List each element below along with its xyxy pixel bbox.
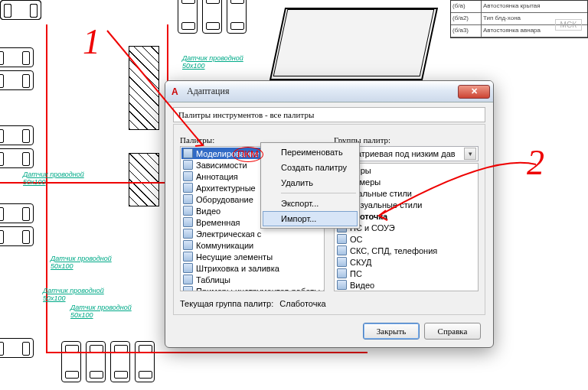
palette-icon xyxy=(183,194,193,204)
palette-icon xyxy=(183,252,193,262)
palette-icon xyxy=(337,280,347,290)
palette-item[interactable]: Коммуникации xyxy=(181,239,323,251)
menu-rename[interactable]: Переименовать xyxy=(263,145,358,160)
close-icon[interactable]: ✕ xyxy=(458,85,490,99)
menu-export[interactable]: Экспорт... xyxy=(263,196,358,211)
current-group-value: Слаботочка xyxy=(279,299,479,308)
app-icon: A xyxy=(172,86,182,97)
group-item[interactable]: ОС xyxy=(335,233,477,245)
palette-icon xyxy=(183,229,193,239)
tab-tool-palettes[interactable]: Палитры инструментов - все палитры xyxy=(173,107,485,122)
palette-icon xyxy=(337,268,347,278)
palette-item[interactable]: Несущие элементы xyxy=(181,251,323,262)
palette-icon xyxy=(183,217,193,227)
annotation-pkm: ПКМ xyxy=(237,148,259,160)
palette-icon xyxy=(183,183,193,193)
palette-icon xyxy=(337,245,347,255)
group-item[interactable]: ПС xyxy=(335,268,477,279)
context-menu: Переименовать Создать палитру Удалить Эк… xyxy=(260,142,360,229)
palette-icon xyxy=(183,275,193,284)
close-button[interactable]: Закрыть xyxy=(363,323,420,340)
palette-item[interactable]: Примеры инструментов работы с xyxy=(181,285,323,291)
palette-icon xyxy=(183,206,193,216)
palette-item[interactable]: Электрическая с xyxy=(181,228,323,239)
group-item[interactable]: СКУД xyxy=(335,256,477,268)
palette-icon xyxy=(183,240,193,250)
palette-icon xyxy=(183,171,193,181)
palette-icon xyxy=(183,160,193,170)
group-item[interactable]: Видео xyxy=(335,279,477,291)
menu-separator xyxy=(281,193,356,193)
menu-import[interactable]: Импорт... xyxy=(263,211,358,226)
menu-create-palette[interactable]: Создать палитру xyxy=(263,160,358,175)
palette-icon xyxy=(337,257,347,267)
menu-delete[interactable]: Удалить xyxy=(263,175,358,190)
palette-item[interactable]: Таблицы xyxy=(181,274,323,285)
help-button[interactable]: Справка xyxy=(424,323,481,340)
dialog-titlebar[interactable]: A Адаптация ✕ xyxy=(165,81,493,102)
palette-icon xyxy=(183,286,193,291)
palette-icon xyxy=(337,234,347,244)
palette-icon xyxy=(183,263,193,273)
chevron-down-icon[interactable]: ▾ xyxy=(464,148,476,160)
dialog-title: Адаптация xyxy=(187,86,458,97)
palette-item[interactable]: Штриховка и заливка xyxy=(181,262,323,274)
group-item[interactable]: СКС, СПД, телефония xyxy=(335,245,477,256)
palette-icon xyxy=(183,148,193,158)
msk-badge: МСК xyxy=(555,19,582,31)
current-group-label: Текущая группа палитр: xyxy=(180,299,273,308)
